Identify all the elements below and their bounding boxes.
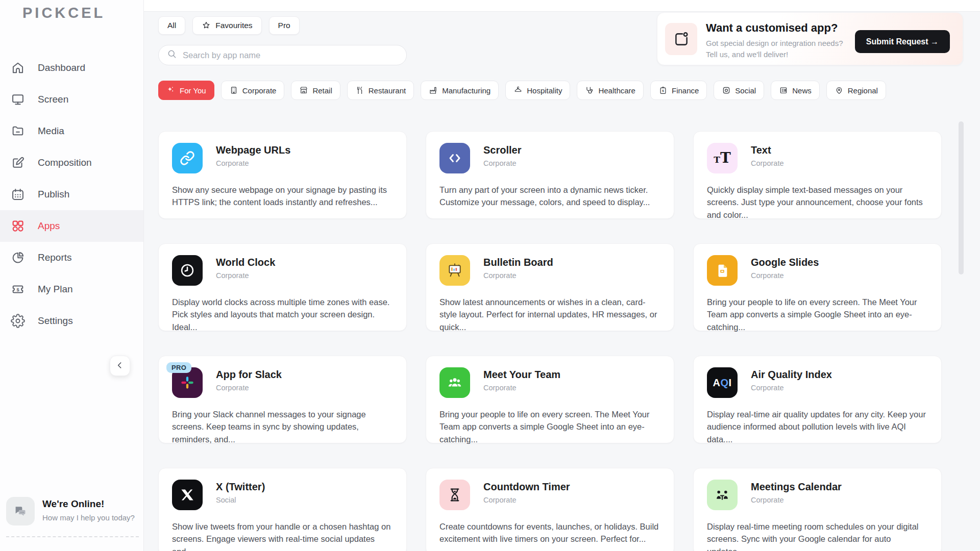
app-description: Display real-time air quality updates fo…: [707, 408, 928, 445]
chat-widget[interactable]: We're Online! How may I help you today?: [6, 497, 139, 537]
sidebar-collapse-button[interactable]: [110, 356, 130, 376]
app-card-meta: TextCorporate: [751, 143, 783, 173]
scrollbar-thumb[interactable]: [959, 121, 964, 274]
sidebar-item-reports[interactable]: Reports: [0, 242, 143, 273]
sidebar-item-media[interactable]: Media: [0, 115, 143, 147]
app-card-scroller[interactable]: ScrollerCorporateTurn any part of your s…: [426, 131, 674, 219]
app-card-header: ScrollerCorporate: [439, 143, 660, 173]
category-chip-label: Healthcare: [598, 86, 635, 95]
app-category: Corporate: [483, 496, 570, 504]
category-chip-label: Manufacturing: [442, 86, 491, 95]
app-card-header: Countdown TimerCorporate: [439, 480, 660, 510]
app-description: Display world clocks across multiple tim…: [172, 296, 393, 333]
pin-icon: [835, 86, 844, 95]
pie-icon: [10, 251, 25, 265]
app-description: Display real-time meeting room schedules…: [707, 520, 928, 551]
app-card-header: Google SlidesCorporate: [707, 255, 928, 286]
app-card-meta: World ClockCorporate: [216, 255, 275, 286]
search-input[interactable]: [183, 51, 400, 60]
category-chip-social[interactable]: Social: [714, 81, 764, 100]
category-chip-news[interactable]: News: [771, 81, 820, 100]
app-card-header: Bulletin BoardCorporate: [439, 255, 660, 286]
compose-icon: [10, 156, 25, 170]
app-category: Corporate: [216, 159, 290, 167]
app-card-bulletin-board[interactable]: Bulletin BoardCorporateShow latest annou…: [426, 243, 674, 331]
clock-icon: [172, 255, 203, 286]
app-card-world-clock[interactable]: World ClockCorporateDisplay world clocks…: [158, 243, 407, 331]
app-card-google-slides[interactable]: Google SlidesCorporateBring your people …: [693, 243, 942, 331]
category-chip-retail[interactable]: Retail: [291, 81, 340, 100]
angle-brackets-icon: [439, 143, 470, 173]
sidebar-item-label: Apps: [38, 220, 60, 232]
filter-tab-pro[interactable]: Pro: [269, 16, 300, 35]
sidebar-item-apps[interactable]: Apps: [0, 210, 143, 242]
sidebar-nav: DashboardScreenMediaCompositionPublishAp…: [0, 52, 143, 337]
category-chip-manufacturing[interactable]: Manufacturing: [421, 81, 499, 100]
app-card-header: X (Twitter)Social: [172, 480, 393, 510]
category-chip-finance[interactable]: $Finance: [650, 81, 707, 100]
app-card-text[interactable]: TTTextCorporateQuickly display simple te…: [693, 131, 942, 219]
app-card-header: PROApp for SlackCorporate: [172, 367, 393, 398]
app-card-meetings-calendar[interactable]: Meetings CalendarCorporateDisplay real-t…: [693, 468, 942, 551]
category-chip-label: Regional: [848, 86, 878, 95]
category-chip-label: Corporate: [242, 86, 277, 95]
category-chip-healthcare[interactable]: Healthcare: [577, 81, 644, 100]
apps-grid: Webpage URLsCorporateShow any secure web…: [158, 131, 942, 551]
app-description: Quickly display simple text-based messag…: [707, 184, 928, 221]
app-card-meta: Meetings CalendarCorporate: [751, 480, 842, 510]
app-card-countdown-timer[interactable]: Countdown TimerCorporateCreate countdown…: [426, 468, 674, 551]
app-category: Social: [216, 496, 265, 504]
app-description: Bring your Slack channel messages to you…: [172, 408, 393, 445]
board-icon: [439, 255, 470, 286]
chevron-left-icon: [115, 360, 125, 372]
building-icon: [229, 86, 238, 95]
category-chip-corporate[interactable]: Corporate: [221, 81, 285, 100]
sidebar-item-screen[interactable]: Screen: [0, 84, 143, 115]
sidebar-item-my-plan[interactable]: $My Plan: [0, 273, 143, 305]
sidebar-item-label: Publish: [38, 189, 69, 200]
filter-tab-all[interactable]: All: [158, 16, 185, 35]
app-card-app-for-slack[interactable]: PROApp for SlackCorporateBring your Slac…: [158, 356, 407, 443]
hanger-icon: [513, 86, 523, 95]
sidebar-item-dashboard[interactable]: Dashboard: [0, 52, 143, 84]
stethoscope-icon: [585, 86, 594, 95]
sidebar-item-settings[interactable]: Settings: [0, 305, 143, 337]
app-name: World Clock: [216, 257, 275, 268]
hourglass-icon: [439, 480, 470, 510]
category-chip-regional[interactable]: Regional: [826, 81, 886, 100]
x-twitter-icon: [172, 480, 203, 510]
filter-tab-favourites[interactable]: Favourites: [192, 16, 261, 35]
submit-request-button[interactable]: Submit Request →: [855, 30, 950, 53]
top-strip: [144, 0, 980, 12]
apps-grid-icon: [10, 219, 25, 234]
custom-app-banner: Want a customised app? Got special desig…: [657, 12, 963, 65]
app-card-x-twitter[interactable]: X (Twitter)SocialShow live tweets from y…: [158, 468, 407, 551]
category-chip-restaurant[interactable]: Restaurant: [347, 81, 414, 100]
app-category: Corporate: [216, 271, 275, 280]
app-card-meet-your-team[interactable]: Meet Your TeamCorporateBring your people…: [426, 356, 674, 443]
sidebar-item-label: My Plan: [38, 284, 73, 295]
app-name: Meetings Calendar: [751, 481, 842, 493]
category-chip-label: News: [792, 86, 812, 95]
sidebar-item-publish[interactable]: Publish: [0, 179, 143, 210]
app-card-meta: Webpage URLsCorporate: [216, 143, 290, 173]
app-category: Corporate: [751, 384, 832, 392]
app-category: Corporate: [483, 159, 521, 167]
sidebar-item-label: Settings: [38, 315, 73, 327]
app-card-webpage-urls[interactable]: Webpage URLsCorporateShow any secure web…: [158, 131, 407, 219]
chat-bubbles-icon: [6, 497, 35, 525]
app-category: Corporate: [751, 159, 783, 167]
app-card-air-quality-index[interactable]: AQIAir Quality IndexCorporateDisplay rea…: [693, 356, 942, 443]
svg-text:$: $: [16, 287, 19, 292]
category-chip-for-you[interactable]: For You: [158, 81, 214, 100]
pro-badge: PRO: [166, 362, 191, 373]
app-name: Countdown Timer: [483, 481, 570, 493]
search-box[interactable]: [158, 45, 407, 65]
sidebar-item-composition[interactable]: Composition: [0, 147, 143, 179]
sidebar-item-label: Reports: [38, 252, 72, 263]
sidebar-item-label: Screen: [38, 94, 68, 105]
calendar-icon: [10, 187, 25, 202]
category-chip-hospitality[interactable]: Hospitality: [505, 81, 570, 100]
app-name: Google Slides: [751, 257, 819, 268]
home-icon: [10, 61, 25, 76]
